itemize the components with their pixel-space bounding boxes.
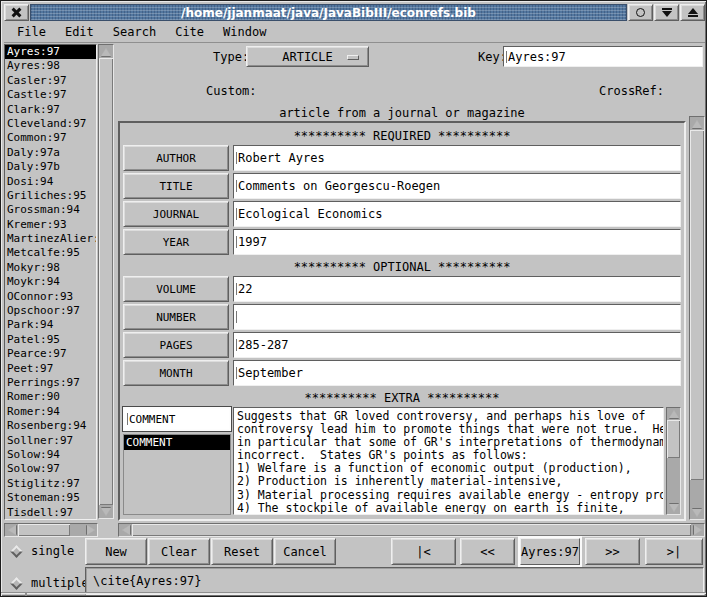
list-item[interactable]: Pearce:97 <box>5 347 96 361</box>
extra-field-name-input[interactable]: COMMENT <box>123 407 231 431</box>
list-item[interactable]: OConnor:93 <box>5 290 96 304</box>
single-radio-label[interactable]: single <box>31 544 74 558</box>
comment-vscroll-trough[interactable] <box>667 458 680 502</box>
key-input[interactable]: Ayres:97 <box>503 46 703 67</box>
sidebar-hscroll-trough[interactable] <box>70 524 84 536</box>
field-input-pages[interactable]: 285-287 <box>233 332 681 358</box>
list-item[interactable]: Perrings:97 <box>5 376 96 390</box>
field-input-volume[interactable]: 22 <box>233 276 681 302</box>
type-dropdown[interactable]: ARTICLE <box>246 46 369 67</box>
list-item[interactable]: Common:97 <box>5 131 96 145</box>
list-item[interactable]: MartinezAlier:97 <box>5 232 96 246</box>
field-label-year[interactable]: YEAR <box>123 229 229 255</box>
single-radio[interactable] <box>10 545 23 558</box>
cite-command-box[interactable]: \cite{Ayres:97} <box>85 567 704 595</box>
field-input-journal[interactable]: Ecological Economics <box>233 201 681 227</box>
list-item[interactable]: Rosenberg:94 <box>5 419 96 433</box>
comment-vscroll-thumb[interactable] <box>667 420 680 458</box>
field-input-title[interactable]: Comments on Georgescu-Roegen <box>233 173 681 199</box>
list-item[interactable]: Opschoor:97 <box>5 304 96 318</box>
cancel-button[interactable]: Cancel <box>274 538 336 565</box>
list-item[interactable]: Romer:94 <box>5 405 96 419</box>
menu-edit[interactable]: Edit <box>65 25 94 39</box>
reset-button[interactable]: Reset <box>211 538 273 565</box>
list-item[interactable]: Park:94 <box>5 318 96 332</box>
list-item[interactable]: Ayres:98 <box>5 59 96 73</box>
scroll-down-icon[interactable] <box>690 506 704 519</box>
clear-button[interactable]: Clear <box>148 538 210 565</box>
field-label-volume[interactable]: VOLUME <box>123 276 229 302</box>
main-hscroll-thumb[interactable] <box>132 524 691 536</box>
field-label-month[interactable]: MONTH <box>123 360 229 386</box>
field-input-year[interactable]: 1997 <box>233 229 681 255</box>
scroll-left-icon[interactable] <box>119 524 132 536</box>
nav-next-button[interactable]: >> <box>585 538 640 565</box>
scroll-left-icon[interactable] <box>5 524 18 536</box>
scroll-up-icon[interactable] <box>667 408 680 420</box>
close-button[interactable] <box>4 4 29 21</box>
scroll-up-icon[interactable] <box>99 45 113 58</box>
titlebar[interactable]: /home/jjanmaat/java/JavaBibIII/econrefs.… <box>4 4 705 21</box>
list-item[interactable]: Grossman:94 <box>5 203 96 217</box>
main-vscroll-trough[interactable] <box>690 480 704 506</box>
field-label-number[interactable]: NUMBER <box>123 304 229 330</box>
raise-button[interactable] <box>680 4 705 21</box>
sidebar-hscroll-thumb[interactable] <box>18 524 70 536</box>
menu-circle-button[interactable] <box>628 4 653 21</box>
list-item[interactable]: Metcalfe:95 <box>5 246 96 260</box>
main-hscrollbar[interactable] <box>118 523 705 537</box>
sidebar-hscrollbar[interactable] <box>4 523 98 537</box>
menu-window[interactable]: Window <box>223 25 266 39</box>
list-item[interactable]: Solow:97 <box>5 462 96 476</box>
list-item[interactable]: Dosi:94 <box>5 175 96 189</box>
iconify-button[interactable] <box>654 4 679 21</box>
list-item[interactable]: Clark:97 <box>5 103 96 117</box>
window-resize-border[interactable] <box>1 592 707 596</box>
list-item[interactable]: Tisdell:97 <box>5 506 96 520</box>
list-item[interactable]: Sollner:97 <box>5 434 96 448</box>
menu-cite[interactable]: Cite <box>175 25 204 39</box>
list-item[interactable]: Stiglitz:97 <box>5 477 96 491</box>
list-item[interactable]: Patel:95 <box>5 333 96 347</box>
nav-first-button[interactable]: |< <box>391 538 456 565</box>
field-label-author[interactable]: AUTHOR <box>123 145 229 171</box>
list-item[interactable]: Ayres:97 <box>5 45 96 59</box>
scroll-right-icon[interactable] <box>84 524 97 536</box>
nav-current-entry[interactable]: Ayres:97 <box>520 538 580 565</box>
scroll-down-icon[interactable] <box>99 505 113 518</box>
multiple-radio[interactable] <box>10 577 23 590</box>
multiple-radio-label[interactable]: multiple <box>31 576 89 590</box>
comment-vscrollbar[interactable] <box>666 407 681 515</box>
main-vscroll-thumb[interactable] <box>690 130 704 480</box>
scroll-up-icon[interactable] <box>690 117 704 130</box>
list-item[interactable]: Mokyr:98 <box>5 261 96 275</box>
list-item[interactable]: Griliches:95 <box>5 189 96 203</box>
list-item[interactable]: Stoneman:95 <box>5 491 96 505</box>
nav-last-button[interactable]: >| <box>645 538 703 565</box>
list-item[interactable]: Kremer:93 <box>5 218 96 232</box>
list-item[interactable]: Cleveland:97 <box>5 117 96 131</box>
scroll-down-icon[interactable] <box>667 502 680 514</box>
window-corner-handle[interactable] <box>25 592 27 596</box>
field-input-number[interactable] <box>233 304 681 330</box>
scroll-right-icon[interactable] <box>691 524 704 536</box>
field-input-author[interactable]: Robert Ayres <box>233 145 681 171</box>
field-label-journal[interactable]: JOURNAL <box>123 201 229 227</box>
list-item[interactable]: Castle:97 <box>5 88 96 102</box>
menu-file[interactable]: File <box>17 25 46 39</box>
nav-prev-button[interactable]: << <box>460 538 515 565</box>
main-vscrollbar[interactable] <box>689 116 705 520</box>
field-label-title[interactable]: TITLE <box>123 173 229 199</box>
sidebar-vscrollbar[interactable] <box>98 44 114 519</box>
list-item[interactable]: Daly:97a <box>5 146 96 160</box>
comment-textarea[interactable]: Suggests that GR loved controversy, and … <box>233 407 664 515</box>
list-item[interactable]: Casler:97 <box>5 74 96 88</box>
new-button[interactable]: New <box>85 538 147 565</box>
list-item[interactable]: COMMENT <box>124 435 230 450</box>
sidebar-vscroll-thumb[interactable] <box>99 58 113 505</box>
list-item[interactable]: Solow:94 <box>5 448 96 462</box>
list-item[interactable]: Moykr:94 <box>5 275 96 289</box>
field-input-month[interactable]: September <box>233 360 681 386</box>
menu-search[interactable]: Search <box>113 25 156 39</box>
window-title[interactable]: /home/jjanmaat/java/JavaBibIII/econrefs.… <box>30 4 627 21</box>
